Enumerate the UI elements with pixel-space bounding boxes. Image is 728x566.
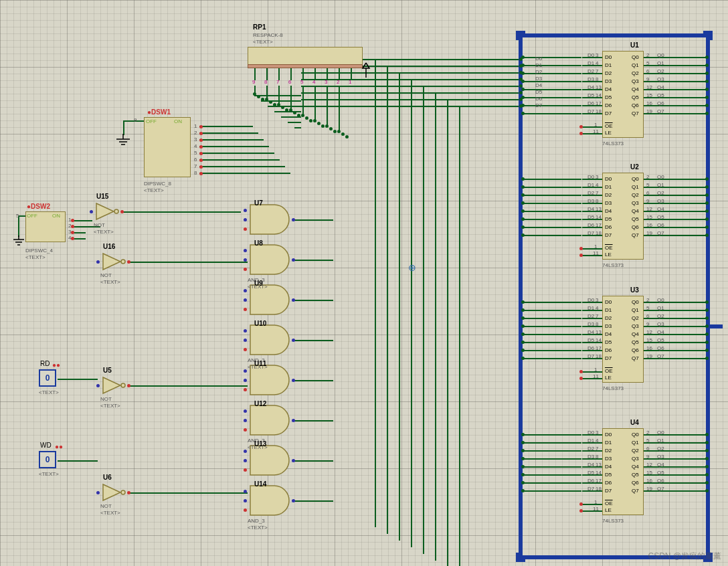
and-u8-ref: U8 <box>254 240 263 247</box>
and-u11-ref: U11 <box>254 360 266 367</box>
bus-net-0: D0 <box>535 56 542 62</box>
ground-icon <box>115 134 131 147</box>
svg-point-14 <box>121 383 125 387</box>
rd-value[interactable]: 0 <box>39 369 56 387</box>
dsw2-text: <TEXT> <box>25 254 46 260</box>
and-u13-ref: U13 <box>254 440 266 448</box>
schematic-canvas[interactable]: ⊕ RP1 RESPACK-8 <TEXT> ●DSW1 OFF ON DIPS… <box>0 0 728 566</box>
watermark: CSDN @发疯的薰薰 <box>648 551 721 562</box>
inverter-u15[interactable] <box>94 202 122 221</box>
inverter-u5[interactable] <box>100 376 128 395</box>
wd-label: WD <box>40 442 52 449</box>
ground-icon-2 <box>12 235 25 246</box>
dsw1-ref: ●DSW1 <box>147 108 171 116</box>
and-u10-ref: U10 <box>254 320 266 327</box>
bus-net-7: D7 <box>535 102 542 108</box>
dsw2-part: DIPSWC_4 <box>25 248 53 254</box>
and-u7-ref: U7 <box>254 199 263 207</box>
svg-point-10 <box>114 209 118 213</box>
inverter-u6-ref: U6 <box>103 474 112 481</box>
bus-net-5: D5 <box>535 89 542 95</box>
bus-net-3: D3 <box>535 76 542 82</box>
bus-net-1: D1 <box>535 62 542 68</box>
and-u12-ref: U12 <box>254 400 266 407</box>
and-u9-ref: U9 <box>254 280 263 287</box>
svg-point-12 <box>121 260 125 264</box>
rp1-text: <TEXT> <box>253 39 273 45</box>
dsw1-body[interactable] <box>144 117 191 177</box>
svg-marker-15 <box>103 484 120 500</box>
latch-u1-ref: U1 <box>630 41 639 49</box>
rp1-ref: RP1 <box>253 23 266 31</box>
svg-point-16 <box>121 490 125 494</box>
bus-net-6: D6 <box>535 96 542 102</box>
bus-top <box>519 33 710 37</box>
bus-net-4: D4 <box>535 82 542 88</box>
rd-label: RD <box>40 360 50 367</box>
wd-value[interactable]: 0 <box>39 451 56 468</box>
rp1-part: RESPACK-8 <box>253 32 283 38</box>
inverter-u6[interactable] <box>100 483 128 502</box>
inverter-u16-ref: U16 <box>103 243 115 250</box>
svg-marker-11 <box>103 254 120 270</box>
dsw1-part: DIPSWC_8 <box>144 181 171 187</box>
svg-marker-9 <box>96 203 114 219</box>
origin-marker: ⊕ <box>408 262 416 273</box>
power-icon <box>361 62 371 78</box>
inverter-u16[interactable] <box>100 252 128 271</box>
inverter-u5-ref: U5 <box>103 367 112 374</box>
and-u14-ref: U14 <box>254 480 266 488</box>
svg-marker-13 <box>103 377 120 393</box>
bus-net-2: D2 <box>535 69 542 75</box>
inverter-u15-ref: U15 <box>96 193 108 200</box>
dsw1-text: <TEXT> <box>144 187 164 193</box>
latch-u3-ref: U3 <box>630 286 639 294</box>
latch-u2-ref: U2 <box>630 163 639 171</box>
dsw2-ref: ●DSW2 <box>27 203 50 210</box>
latch-u4-ref: U4 <box>630 419 639 426</box>
